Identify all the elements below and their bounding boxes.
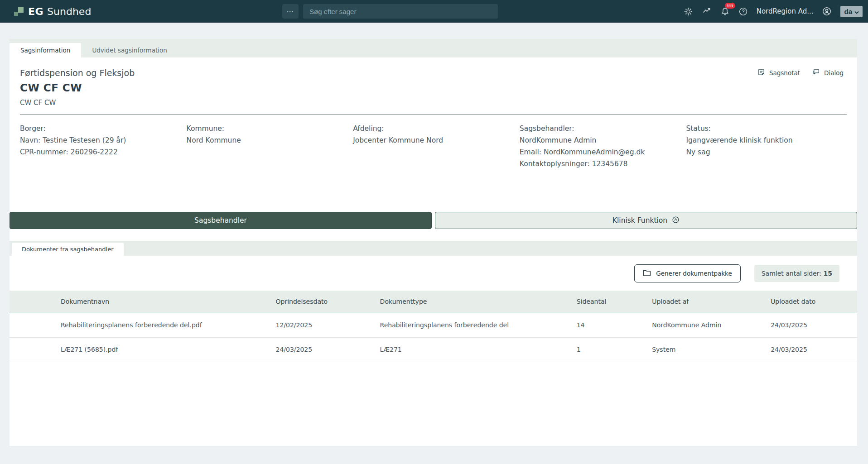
case-subtitle: CW CF CW [20, 98, 846, 108]
notification-count-badge: 111 [725, 3, 735, 9]
detail-value: CPR-nummer: 260296-2222 [20, 146, 187, 158]
klinisk-funktion-label: Klinisk Funktion [612, 216, 667, 225]
detail-kommune: Kommune: Nord Kommune [187, 123, 353, 170]
case-header: Førtidspension og Fleksjob CW CF CW CW C… [10, 57, 857, 108]
search-input[interactable] [303, 4, 498, 19]
sagsnotat-label: Sagsnotat [769, 69, 800, 77]
cell-sideantal: 1 [577, 337, 652, 362]
documents-tabbar: Dokumenter fra sagsbehandler [10, 241, 857, 256]
logo-text-eg: EG [28, 6, 43, 17]
case-title: CW CF CW [20, 80, 846, 96]
chat-bubble-icon [812, 68, 820, 77]
generer-dokumentpakke-button[interactable]: Generer dokumentpakke [634, 264, 740, 282]
help-button[interactable] [738, 7, 748, 16]
total-pages-badge: Samlet antal sider: 15 [754, 265, 839, 282]
chevron-down-icon [854, 8, 859, 15]
col-oprindelsesdato: Oprindelsesdato [275, 291, 380, 313]
cell-uploadet-dato: 24/03/2025 [771, 313, 857, 337]
case-card: Sagsinformation Udvidet sagsinformation … [10, 39, 857, 446]
eg-sundhed-logo[interactable]: EG Sundhed [14, 6, 91, 17]
col-sideantal: Sideantal [577, 291, 652, 313]
detail-value: Navn: Testine Testesen (29 år) [20, 134, 187, 146]
table-header-row: Dokumentnavn Oprindelsesdato Dokumenttyp… [10, 291, 857, 313]
profile-button[interactable] [822, 6, 832, 16]
notifications-button[interactable]: 111 [720, 7, 730, 16]
detail-value: Jobcenter Kommune Nord [353, 134, 520, 146]
klinisk-funktion-view-button[interactable]: Klinisk Funktion [435, 212, 857, 229]
documents-table: Dokumentnavn Oprindelsesdato Dokumenttyp… [10, 291, 857, 362]
dialog-button[interactable]: Dialog [812, 68, 844, 77]
generer-label: Generer dokumentpakke [656, 270, 732, 277]
language-label: da [844, 8, 852, 15]
language-selector[interactable]: da [840, 6, 863, 17]
settings-button[interactable] [684, 7, 693, 16]
detail-status: Status: Igangværende klinisk funktion Ny… [686, 123, 853, 170]
case-type: Førtidspension og Fleksjob [20, 67, 846, 79]
detail-value: Nord Kommune [187, 134, 353, 146]
table-row[interactable]: LÆ271 (5685).pdf 24/03/2025 LÆ271 1 Syst… [10, 337, 857, 362]
more-actions-button[interactable]: ⋯ [282, 4, 299, 19]
detail-value: NordKommune Admin [520, 134, 686, 146]
cell-uploadet-af: System [652, 337, 771, 362]
cell-dokumentnavn: LÆ271 (5685).pdf [10, 337, 275, 362]
detail-value: Igangværende klinisk funktion [686, 134, 853, 146]
col-dokumentnavn: Dokumentnavn [10, 291, 275, 313]
detail-label: Borger: [20, 123, 187, 134]
detail-sagsbehandler: Sagsbehandler: NordKommune Admin Email: … [520, 123, 686, 170]
cell-uploadet-af: NordKommune Admin [652, 313, 771, 337]
detail-label: Status: [686, 123, 853, 134]
detail-label: Afdeling: [353, 123, 520, 134]
documents-toolbar: Generer dokumentpakke Samlet antal sider… [10, 256, 857, 291]
trend-line-icon [702, 7, 712, 16]
eg-logo-mark-icon [14, 6, 24, 17]
dialog-label: Dialog [824, 69, 844, 77]
cell-dokumenttype: LÆ271 [380, 337, 577, 362]
circle-chevron-up-icon [672, 216, 680, 225]
folder-icon [643, 269, 651, 277]
cell-oprindelsesdato: 24/03/2025 [275, 337, 380, 362]
logo-text-product: Sundhed [47, 6, 91, 17]
note-icon [757, 68, 765, 77]
tab-dokumenter-fra-sagsbehandler[interactable]: Dokumenter fra sagsbehandler [12, 243, 124, 256]
sagsbehandler-view-button[interactable]: Sagsbehandler [10, 212, 432, 229]
case-details: Borger: Navn: Testine Testesen (29 år) C… [10, 115, 857, 170]
detail-afdeling: Afdeling: Jobcenter Kommune Nord [353, 123, 520, 170]
col-uploadet-dato: Uploadet dato [771, 291, 857, 313]
detail-borger: Borger: Navn: Testine Testesen (29 år) C… [20, 123, 187, 170]
detail-value: Ny sag [686, 146, 853, 158]
detail-value: Kontaktoplysninger: 12345678 [520, 158, 686, 170]
col-dokumenttype: Dokumenttype [380, 291, 577, 313]
table-row[interactable]: Rehabiliteringsplanens forberedende del.… [10, 313, 857, 337]
cell-uploadet-dato: 24/03/2025 [771, 337, 857, 362]
main-tabbar: Sagsinformation Udvidet sagsinformation [10, 39, 857, 57]
detail-label: Kommune: [187, 123, 353, 134]
cell-sideantal: 14 [577, 313, 652, 337]
total-pages-value: 15 [824, 270, 832, 277]
tab-sagsinformation[interactable]: Sagsinformation [10, 43, 81, 57]
account-name[interactable]: NordRegion Ad... [757, 7, 814, 15]
case-header-actions: Sagsnotat Dialog [757, 68, 844, 77]
top-navbar: EG Sundhed ⋯ [0, 0, 868, 23]
user-circle-icon [822, 6, 832, 16]
detail-label: Sagsbehandler: [520, 123, 686, 134]
view-switch: Sagsbehandler Klinisk Funktion [10, 212, 857, 229]
activity-button[interactable] [702, 7, 712, 16]
detail-value: Email: NordKommuneAdmin@eg.dk [520, 146, 686, 158]
tab-udvidet-sagsinformation[interactable]: Udvidet sagsinformation [81, 43, 178, 57]
gear-icon [684, 7, 693, 16]
sagsnotat-button[interactable]: Sagsnotat [757, 68, 800, 77]
total-pages-label: Samlet antal sider: [762, 270, 821, 277]
question-mark-icon [738, 7, 748, 16]
col-uploadet-af: Uploadet af [652, 291, 771, 313]
cell-dokumenttype: Rehabiliteringsplanens forberedende del [380, 313, 577, 337]
cell-dokumentnavn: Rehabiliteringsplanens forberedende del.… [10, 313, 275, 337]
cell-oprindelsesdato: 12/02/2025 [275, 313, 380, 337]
